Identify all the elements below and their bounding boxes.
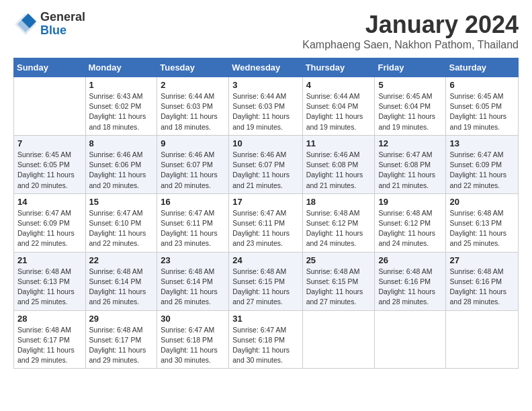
day-number: 19 <box>378 197 442 207</box>
header-friday: Friday <box>375 58 446 77</box>
day-info: Sunrise: 6:47 AMSunset: 6:09 PMDaylight:… <box>449 150 515 191</box>
day-cell: 5Sunrise: 6:45 AMSunset: 6:04 PMDaylight… <box>375 77 446 136</box>
day-cell <box>302 310 375 369</box>
location-title: Kamphaeng Saen, Nakhon Pathom, Thailand <box>302 39 519 51</box>
week-row-2: 7Sunrise: 6:45 AMSunset: 6:05 PMDaylight… <box>14 135 519 193</box>
logo: General Blue <box>13 11 85 38</box>
day-info: Sunrise: 6:47 AMSunset: 6:11 PMDaylight:… <box>232 208 298 249</box>
day-number: 16 <box>161 197 225 207</box>
day-cell: 10Sunrise: 6:46 AMSunset: 6:07 PMDayligh… <box>229 135 302 193</box>
day-info: Sunrise: 6:44 AMSunset: 6:04 PMDaylight:… <box>306 91 371 132</box>
day-cell: 30Sunrise: 6:47 AMSunset: 6:18 PMDayligh… <box>157 310 229 369</box>
day-number: 31 <box>232 314 298 324</box>
day-number: 28 <box>17 314 82 324</box>
day-cell: 9Sunrise: 6:46 AMSunset: 6:07 PMDaylight… <box>157 135 229 193</box>
month-title: January 2024 <box>302 11 519 39</box>
logo-blue-text: Blue <box>40 24 85 38</box>
day-info: Sunrise: 6:46 AMSunset: 6:07 PMDaylight:… <box>232 150 298 191</box>
day-number: 13 <box>449 138 515 148</box>
day-number: 15 <box>89 197 154 207</box>
calendar-table: SundayMondayTuesdayWednesdayThursdayFrid… <box>13 58 519 369</box>
day-cell: 17Sunrise: 6:47 AMSunset: 6:11 PMDayligh… <box>229 193 302 252</box>
day-cell: 24Sunrise: 6:48 AMSunset: 6:15 PMDayligh… <box>229 252 302 310</box>
logo-general-text: General <box>40 11 85 24</box>
day-number: 6 <box>449 80 515 90</box>
day-cell: 6Sunrise: 6:45 AMSunset: 6:05 PMDaylight… <box>446 77 519 136</box>
day-number: 23 <box>161 255 225 265</box>
day-number: 27 <box>449 255 515 265</box>
day-number: 3 <box>232 80 298 90</box>
day-number: 30 <box>161 314 225 324</box>
day-info: Sunrise: 6:43 AMSunset: 6:02 PMDaylight:… <box>89 91 154 132</box>
day-number: 20 <box>449 197 515 207</box>
day-number: 25 <box>306 255 371 265</box>
day-info: Sunrise: 6:48 AMSunset: 6:13 PMDaylight:… <box>449 208 515 249</box>
header-tuesday: Tuesday <box>157 58 229 77</box>
day-cell: 12Sunrise: 6:47 AMSunset: 6:08 PMDayligh… <box>375 135 446 193</box>
day-cell: 4Sunrise: 6:44 AMSunset: 6:04 PMDaylight… <box>302 77 375 136</box>
day-cell: 27Sunrise: 6:48 AMSunset: 6:16 PMDayligh… <box>446 252 519 310</box>
day-info: Sunrise: 6:47 AMSunset: 6:18 PMDaylight:… <box>161 325 225 366</box>
week-row-3: 14Sunrise: 6:47 AMSunset: 6:09 PMDayligh… <box>14 193 519 252</box>
page-header: General Blue January 2024 Kamphaeng Saen… <box>13 11 519 51</box>
day-cell: 2Sunrise: 6:44 AMSunset: 6:03 PMDaylight… <box>157 77 229 136</box>
day-cell: 3Sunrise: 6:44 AMSunset: 6:03 PMDaylight… <box>229 77 302 136</box>
day-cell: 1Sunrise: 6:43 AMSunset: 6:02 PMDaylight… <box>85 77 157 136</box>
day-cell: 31Sunrise: 6:47 AMSunset: 6:18 PMDayligh… <box>229 310 302 369</box>
day-info: Sunrise: 6:48 AMSunset: 6:17 PMDaylight:… <box>89 325 154 366</box>
day-number: 8 <box>89 138 154 148</box>
day-cell <box>14 77 86 136</box>
day-cell: 19Sunrise: 6:48 AMSunset: 6:12 PMDayligh… <box>375 193 446 252</box>
day-info: Sunrise: 6:47 AMSunset: 6:10 PMDaylight:… <box>89 208 154 249</box>
day-cell: 25Sunrise: 6:48 AMSunset: 6:15 PMDayligh… <box>302 252 375 310</box>
title-section: January 2024 Kamphaeng Saen, Nakhon Path… <box>302 11 519 51</box>
day-info: Sunrise: 6:48 AMSunset: 6:13 PMDaylight:… <box>17 267 82 308</box>
day-number: 4 <box>306 80 371 90</box>
week-row-1: 1Sunrise: 6:43 AMSunset: 6:02 PMDaylight… <box>14 77 519 136</box>
logo-icon <box>13 12 38 36</box>
day-info: Sunrise: 6:45 AMSunset: 6:05 PMDaylight:… <box>449 91 515 132</box>
day-cell <box>446 310 519 369</box>
day-cell: 8Sunrise: 6:46 AMSunset: 6:06 PMDaylight… <box>85 135 157 193</box>
day-cell: 21Sunrise: 6:48 AMSunset: 6:13 PMDayligh… <box>14 252 86 310</box>
day-cell: 16Sunrise: 6:47 AMSunset: 6:11 PMDayligh… <box>157 193 229 252</box>
header-monday: Monday <box>85 58 157 77</box>
day-info: Sunrise: 6:46 AMSunset: 6:08 PMDaylight:… <box>306 150 371 191</box>
day-cell: 26Sunrise: 6:48 AMSunset: 6:16 PMDayligh… <box>375 252 446 310</box>
day-number: 5 <box>378 80 442 90</box>
day-cell <box>375 310 446 369</box>
header-thursday: Thursday <box>302 58 375 77</box>
day-info: Sunrise: 6:44 AMSunset: 6:03 PMDaylight:… <box>232 91 298 132</box>
day-info: Sunrise: 6:46 AMSunset: 6:06 PMDaylight:… <box>89 150 154 191</box>
day-number: 14 <box>17 197 82 207</box>
week-row-4: 21Sunrise: 6:48 AMSunset: 6:13 PMDayligh… <box>14 252 519 310</box>
day-info: Sunrise: 6:44 AMSunset: 6:03 PMDaylight:… <box>161 91 225 132</box>
day-cell: 22Sunrise: 6:48 AMSunset: 6:14 PMDayligh… <box>85 252 157 310</box>
day-cell: 20Sunrise: 6:48 AMSunset: 6:13 PMDayligh… <box>446 193 519 252</box>
day-number: 29 <box>89 314 154 324</box>
day-info: Sunrise: 6:47 AMSunset: 6:08 PMDaylight:… <box>378 150 442 191</box>
header-wednesday: Wednesday <box>229 58 302 77</box>
day-number: 2 <box>161 80 225 90</box>
day-number: 21 <box>17 255 82 265</box>
day-number: 18 <box>306 197 371 207</box>
week-row-5: 28Sunrise: 6:48 AMSunset: 6:17 PMDayligh… <box>14 310 519 369</box>
day-cell: 15Sunrise: 6:47 AMSunset: 6:10 PMDayligh… <box>85 193 157 252</box>
day-info: Sunrise: 6:47 AMSunset: 6:11 PMDaylight:… <box>161 208 225 249</box>
day-number: 24 <box>232 255 298 265</box>
day-number: 7 <box>17 138 82 148</box>
day-number: 12 <box>378 138 442 148</box>
day-cell: 13Sunrise: 6:47 AMSunset: 6:09 PMDayligh… <box>446 135 519 193</box>
day-info: Sunrise: 6:48 AMSunset: 6:14 PMDaylight:… <box>161 267 225 308</box>
header-sunday: Sunday <box>14 58 86 77</box>
day-info: Sunrise: 6:46 AMSunset: 6:07 PMDaylight:… <box>161 150 225 191</box>
day-cell: 23Sunrise: 6:48 AMSunset: 6:14 PMDayligh… <box>157 252 229 310</box>
day-number: 10 <box>232 138 298 148</box>
day-info: Sunrise: 6:48 AMSunset: 6:14 PMDaylight:… <box>89 267 154 308</box>
day-info: Sunrise: 6:48 AMSunset: 6:12 PMDaylight:… <box>378 208 442 249</box>
day-cell: 11Sunrise: 6:46 AMSunset: 6:08 PMDayligh… <box>302 135 375 193</box>
day-info: Sunrise: 6:48 AMSunset: 6:16 PMDaylight:… <box>449 267 515 308</box>
day-info: Sunrise: 6:48 AMSunset: 6:16 PMDaylight:… <box>378 267 442 308</box>
day-info: Sunrise: 6:45 AMSunset: 6:04 PMDaylight:… <box>378 91 442 132</box>
day-info: Sunrise: 6:47 AMSunset: 6:18 PMDaylight:… <box>232 325 298 366</box>
